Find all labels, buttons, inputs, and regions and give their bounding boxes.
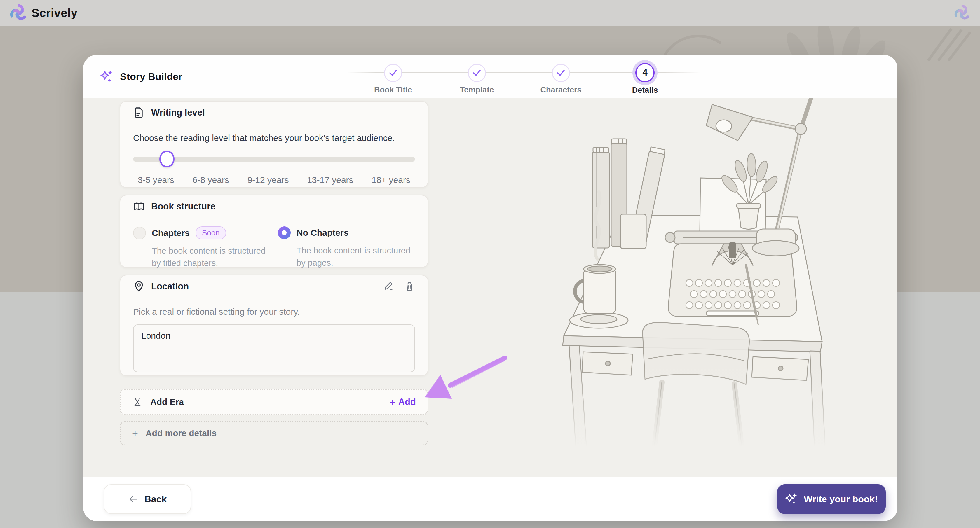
sparkles-icon (100, 70, 113, 83)
step-active-circle[interactable]: 4 (635, 63, 655, 82)
structure-option-no-chapters: No Chapters The book content is structur… (278, 226, 415, 269)
card-title: Location (151, 281, 189, 292)
details-form-column: Writing level Choose the reading level t… (120, 101, 428, 445)
option-label: No Chapters (296, 228, 348, 238)
step-label: Details (604, 86, 686, 95)
card-title: Writing level (151, 107, 205, 118)
write-your-book-button[interactable]: Write your book! (777, 484, 886, 514)
slider-labels: 3-5 years 6-8 years 9-12 years 13-17 yea… (133, 175, 415, 185)
edit-icon[interactable] (383, 281, 394, 292)
location-card: Location (120, 275, 428, 376)
slider-label-6-8[interactable]: 6-8 years (192, 175, 229, 185)
slider-label-18plus[interactable]: 18+ years (372, 175, 410, 185)
delete-icon[interactable] (404, 281, 415, 292)
book-structure-card: Book structure Chapters Soon The book co… (120, 195, 428, 268)
step-done-circle[interactable] (552, 64, 570, 82)
arrow-left-icon (128, 494, 138, 504)
step-done-circle[interactable] (468, 64, 486, 82)
story-builder-dialog: Story Builder Book Title Template (83, 55, 897, 521)
radio-no-chapters[interactable] (278, 226, 291, 239)
add-era-button[interactable]: + Add (390, 396, 416, 408)
dialog-title: Story Builder (120, 71, 182, 82)
check-icon (557, 69, 565, 77)
option-description: The book content is structured by titled… (152, 245, 274, 269)
brand-name: Scrively (32, 6, 77, 19)
step-template[interactable]: Template (436, 55, 518, 94)
step-label: Book Title (352, 86, 434, 94)
dialog-header: Story Builder Book Title Template (83, 55, 897, 98)
dialog-content: Writing level Choose the reading level t… (83, 98, 897, 477)
back-button[interactable]: Back (103, 484, 191, 514)
step-details[interactable]: 4 Details (604, 55, 686, 95)
dialog-footer: Back Write your book! (83, 477, 897, 521)
plus-icon: + (132, 428, 138, 439)
slider-label-3-5[interactable]: 3-5 years (138, 175, 174, 185)
add-era-action-label: Add (398, 397, 416, 407)
scrively-watermark-icon (954, 5, 970, 21)
write-your-book-label: Write your book! (804, 494, 878, 505)
radio-chapters[interactable] (133, 227, 146, 240)
scrively-swirl-icon (10, 5, 27, 21)
structure-option-chapters: Chapters Soon The book content is struct… (133, 226, 278, 269)
open-book-icon (133, 201, 145, 212)
slider-thumb[interactable] (159, 151, 175, 167)
writing-level-description: Choose the reading level that matches yo… (133, 133, 415, 143)
add-more-details-label: Add more details (146, 428, 216, 438)
add-era-label: Add Era (150, 397, 184, 407)
step-number: 4 (642, 67, 647, 78)
option-label: Chapters (152, 228, 190, 238)
document-icon (133, 107, 145, 118)
location-input[interactable]: London (133, 324, 415, 372)
check-icon (473, 69, 481, 77)
topbar: Scrively (0, 0, 980, 25)
sparkles-icon (785, 493, 798, 506)
option-description: The book content is structured by pages. (296, 245, 415, 269)
slider-label-13-17[interactable]: 13-17 years (307, 175, 353, 185)
slider-label-9-12[interactable]: 9-12 years (248, 175, 289, 185)
hourglass-icon (132, 397, 143, 407)
writing-level-card: Writing level Choose the reading level t… (120, 101, 428, 188)
check-icon (389, 69, 398, 77)
add-era-row[interactable]: Add Era + Add (120, 389, 428, 415)
writing-desk-illustration (549, 98, 897, 477)
step-characters[interactable]: Characters (520, 55, 602, 94)
back-label: Back (145, 494, 167, 505)
step-label: Characters (520, 86, 602, 94)
soon-badge: Soon (196, 226, 226, 240)
step-label: Template (436, 86, 518, 94)
step-book-title[interactable]: Book Title (352, 55, 434, 94)
step-done-circle[interactable] (384, 64, 402, 82)
card-title: Book structure (151, 201, 215, 212)
plus-icon: + (390, 396, 395, 408)
add-more-details-row[interactable]: + Add more details (120, 421, 428, 445)
brand-logo[interactable]: Scrively (10, 5, 77, 21)
writing-level-slider[interactable] (133, 157, 415, 162)
location-description: Pick a real or fictional setting for you… (133, 307, 415, 317)
map-pin-icon (133, 281, 145, 292)
